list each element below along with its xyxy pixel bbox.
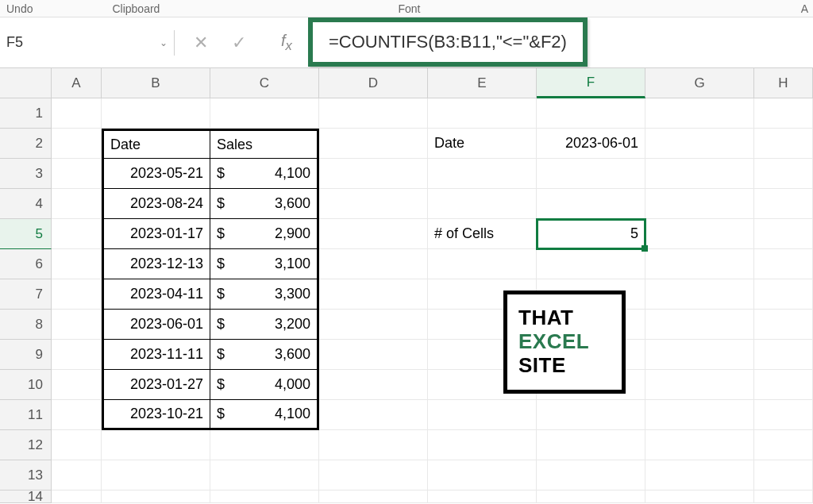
cell-a1[interactable] <box>52 98 102 129</box>
cell-c9[interactable]: $3,600 <box>210 340 319 370</box>
cell-b6[interactable]: 2023-12-13 <box>102 249 210 279</box>
col-header-g[interactable]: G <box>645 68 754 98</box>
row-header-13[interactable]: 13 <box>0 460 52 491</box>
cell-d10[interactable] <box>319 370 428 400</box>
cell-b11[interactable]: 2023-10-21 <box>102 400 210 430</box>
cell-f1[interactable] <box>537 98 645 129</box>
cell-a3[interactable] <box>52 159 102 189</box>
col-header-h[interactable]: H <box>754 68 813 98</box>
row-header-3[interactable]: 3 <box>0 159 52 189</box>
cell-b13[interactable] <box>102 460 210 491</box>
row-header-11[interactable]: 11 <box>0 400 52 430</box>
col-header-d[interactable]: D <box>319 68 428 98</box>
col-header-a[interactable]: A <box>52 68 102 98</box>
cell-h10[interactable] <box>754 370 813 400</box>
cell-g9[interactable] <box>645 340 754 370</box>
cell-e11[interactable] <box>428 400 537 430</box>
cell-c5[interactable]: $2,900 <box>210 219 319 249</box>
cell-b9[interactable]: 2023-11-11 <box>102 340 210 370</box>
cell-a2[interactable] <box>52 129 102 159</box>
cell-f3[interactable] <box>537 159 645 189</box>
formula-input-highlight[interactable]: =COUNTIFS(B3:B11,"<="&F2) <box>308 17 588 67</box>
cell-d13[interactable] <box>319 460 428 491</box>
cell-d7[interactable] <box>319 279 428 310</box>
cell-h12[interactable] <box>754 430 813 460</box>
cell-g2[interactable] <box>645 129 754 159</box>
cell-d12[interactable] <box>319 430 428 460</box>
cell-c4[interactable]: $3,600 <box>210 189 319 219</box>
cell-g11[interactable] <box>645 400 754 430</box>
cell-h8[interactable] <box>754 310 813 340</box>
cell-g8[interactable] <box>645 310 754 340</box>
cell-c7[interactable]: $3,300 <box>210 279 319 310</box>
cell-d2[interactable] <box>319 129 428 159</box>
cell-b5[interactable]: 2023-01-17 <box>102 219 210 249</box>
cell-e12[interactable] <box>428 430 537 460</box>
select-all-corner[interactable] <box>0 68 52 98</box>
cell-e2[interactable]: Date <box>428 129 537 159</box>
col-header-b[interactable]: B <box>102 68 210 98</box>
cell-b3[interactable]: 2023-05-21 <box>102 159 210 189</box>
cell-c10[interactable]: $4,000 <box>210 370 319 400</box>
cell-h7[interactable] <box>754 279 813 310</box>
cell-f12[interactable] <box>537 430 645 460</box>
cell-b1[interactable] <box>102 98 210 129</box>
cell-h4[interactable] <box>754 189 813 219</box>
cell-e4[interactable] <box>428 189 537 219</box>
cancel-icon[interactable]: ✕ <box>194 33 208 53</box>
cell-c11[interactable]: $4,100 <box>210 400 319 430</box>
cell-f11[interactable] <box>537 400 645 430</box>
cell-h3[interactable] <box>754 159 813 189</box>
cell-c1[interactable] <box>210 98 319 129</box>
cell-e6[interactable] <box>428 249 537 279</box>
col-header-f[interactable]: F <box>537 68 645 98</box>
cell-a6[interactable] <box>52 249 102 279</box>
cell-h2[interactable] <box>754 129 813 159</box>
cell-h13[interactable] <box>754 460 813 491</box>
row-header-9[interactable]: 9 <box>0 340 52 370</box>
chevron-down-icon[interactable]: ⌄ <box>160 37 168 48</box>
cell-c6[interactable]: $3,100 <box>210 249 319 279</box>
col-header-c[interactable]: C <box>210 68 319 98</box>
cell-h9[interactable] <box>754 340 813 370</box>
cell-d3[interactable] <box>319 159 428 189</box>
spreadsheet-grid[interactable]: A B C D E F G H 1 2 Date Sales Date 2023… <box>0 68 813 504</box>
cell-a11[interactable] <box>52 400 102 430</box>
cell-g7[interactable] <box>645 279 754 310</box>
cell-e13[interactable] <box>428 460 537 491</box>
cell-a9[interactable] <box>52 340 102 370</box>
fx-icon[interactable]: fx <box>281 32 292 54</box>
cell-g10[interactable] <box>645 370 754 400</box>
cell-b12[interactable] <box>102 430 210 460</box>
cell-c14[interactable] <box>210 491 319 503</box>
cell-b7[interactable]: 2023-04-11 <box>102 279 210 310</box>
cell-g12[interactable] <box>645 430 754 460</box>
cell-c13[interactable] <box>210 460 319 491</box>
row-header-5[interactable]: 5 <box>0 219 52 249</box>
cell-h6[interactable] <box>754 249 813 279</box>
cell-d1[interactable] <box>319 98 428 129</box>
cell-g6[interactable] <box>645 249 754 279</box>
cell-h11[interactable] <box>754 400 813 430</box>
cell-c3[interactable]: $4,100 <box>210 159 319 189</box>
row-header-2[interactable]: 2 <box>0 129 52 159</box>
cell-g4[interactable] <box>645 189 754 219</box>
cell-h5[interactable] <box>754 219 813 249</box>
cell-a13[interactable] <box>52 460 102 491</box>
cell-h1[interactable] <box>754 98 813 129</box>
cell-b14[interactable] <box>102 491 210 503</box>
cell-a8[interactable] <box>52 310 102 340</box>
cell-a10[interactable] <box>52 370 102 400</box>
cell-g1[interactable] <box>645 98 754 129</box>
name-box[interactable]: F5 ⌄ <box>0 30 175 56</box>
cell-a14[interactable] <box>52 491 102 503</box>
cell-e14[interactable] <box>428 491 537 503</box>
col-header-e[interactable]: E <box>428 68 537 98</box>
cell-f5[interactable]: 5 <box>537 219 645 249</box>
cell-a7[interactable] <box>52 279 102 310</box>
cell-c12[interactable] <box>210 430 319 460</box>
cell-d8[interactable] <box>319 310 428 340</box>
row-header-1[interactable]: 1 <box>0 98 52 129</box>
cell-f6[interactable] <box>537 249 645 279</box>
cell-e5[interactable]: # of Cells <box>428 219 537 249</box>
